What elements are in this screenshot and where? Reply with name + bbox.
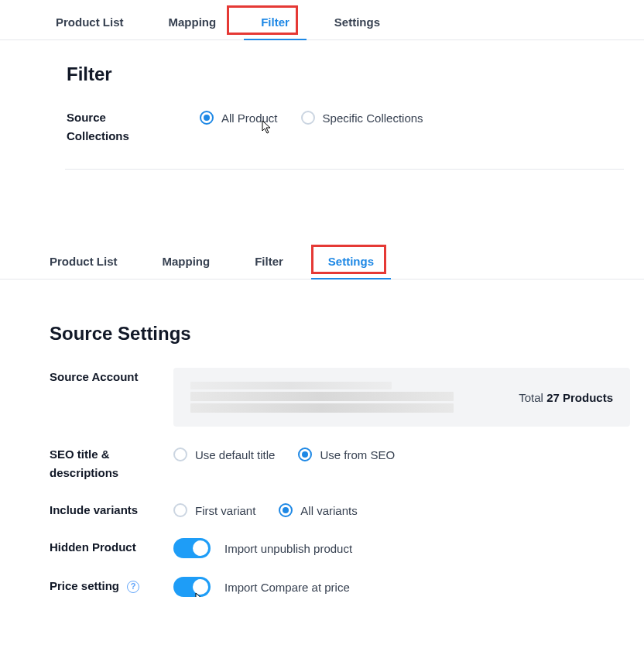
tab-mapping[interactable]: Mapping [166, 8, 220, 39]
radio-all-variants[interactable]: All variants [279, 503, 357, 517]
tabs-section-2: Product List Mapping Filter Settings [0, 247, 644, 279]
radio-circle-icon [173, 503, 187, 517]
total-products: Total 27 Products [519, 391, 613, 404]
radio-circle-icon [298, 448, 312, 461]
radio-circle-icon [173, 448, 187, 461]
source-settings-heading: Source Settings [50, 323, 644, 345]
toggle-import-compare-price-label: Import Compare at price [224, 581, 350, 594]
help-icon[interactable]: ? [127, 581, 139, 593]
tab-filter[interactable]: Filter [258, 8, 293, 39]
radio-circle-icon [200, 111, 214, 125]
tab2-filter[interactable]: Filter [252, 247, 286, 279]
toggle-import-compare-price[interactable] [173, 577, 211, 597]
toggle-knob-icon [193, 579, 208, 595]
tab-product-list[interactable]: Product List [53, 8, 127, 39]
radio-use-default-title[interactable]: Use default title [173, 448, 275, 461]
redacted-account-info [190, 382, 454, 413]
tab2-product-list[interactable]: Product List [46, 247, 121, 279]
toggle-knob-icon [193, 540, 208, 556]
seo-label: SEO title & descriptions [50, 445, 173, 482]
price-setting-label: Price setting ? [50, 577, 173, 595]
radio-first-variant[interactable]: First variant [173, 503, 255, 517]
divider [65, 169, 624, 170]
toggle-import-unpublish[interactable] [173, 538, 211, 558]
radio-use-from-seo[interactable]: Use from SEO [298, 448, 395, 461]
hidden-product-label: Hidden Product [50, 538, 173, 557]
include-variants-label: Include variants [50, 501, 173, 520]
radio-circle-icon [301, 111, 315, 125]
tab2-mapping[interactable]: Mapping [159, 247, 214, 279]
radio-specific-collections[interactable]: Specific Collections [301, 111, 423, 125]
source-account-label: Source Account [50, 368, 173, 386]
source-collections-label: Source Collections [67, 108, 190, 146]
toggle-import-unpublish-label: Import unpublish product [224, 542, 352, 555]
filter-heading: Filter [67, 63, 644, 85]
tab-settings[interactable]: Settings [331, 8, 383, 39]
tab2-settings[interactable]: Settings [325, 247, 377, 279]
radio-circle-icon [279, 503, 293, 517]
tabs-section-1: Product List Mapping Filter Settings [0, 8, 644, 40]
source-account-box: Total 27 Products [173, 368, 630, 427]
radio-all-product[interactable]: All Product [200, 111, 278, 125]
